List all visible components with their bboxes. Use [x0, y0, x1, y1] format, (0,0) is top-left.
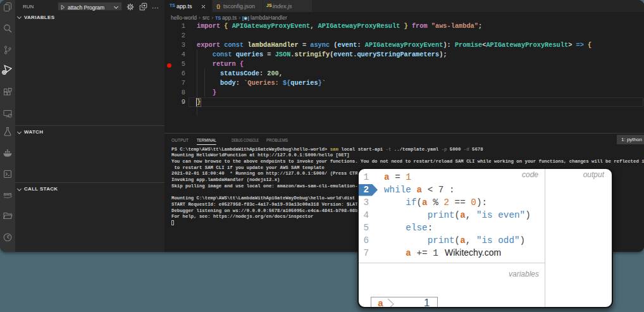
svg-text:aws: aws: [4, 191, 12, 196]
